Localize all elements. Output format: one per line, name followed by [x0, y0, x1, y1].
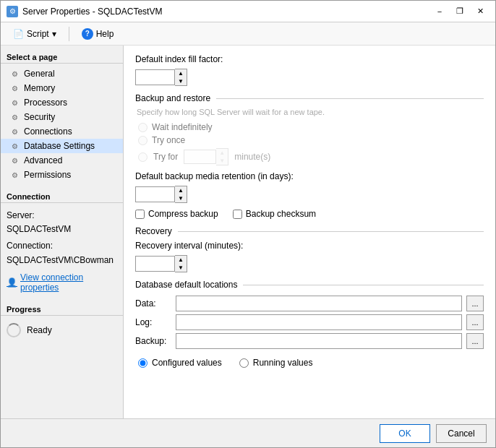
- ok-button[interactable]: OK: [380, 424, 430, 443]
- titlebar-controls: − ❐ ✕: [430, 4, 489, 19]
- log-input[interactable]: L:\Logs: [176, 314, 462, 330]
- backup-checksum-item: Backup checksum: [233, 209, 316, 219]
- bottom-radios: Configured values Running values: [135, 358, 484, 368]
- recovery-down[interactable]: ▼: [175, 264, 187, 272]
- compress-backup-checkbox[interactable]: [135, 210, 145, 219]
- general-icon: ⚙: [9, 69, 20, 79]
- try-for-spinner-btns: ▲ ▼: [216, 148, 228, 165]
- sidebar-item-memory[interactable]: ⚙ Memory: [1, 81, 123, 95]
- index-fill-up[interactable]: ▲: [175, 69, 187, 77]
- recovery-up[interactable]: ▲: [175, 256, 187, 264]
- processors-label: Processors: [24, 98, 67, 108]
- retention-input[interactable]: 0: [135, 186, 175, 202]
- server-value: SQLDACTestVM: [7, 223, 117, 236]
- connections-label: Connections: [24, 126, 72, 137]
- script-button[interactable]: 📄 Script ▾: [7, 25, 63, 43]
- try-for-row: Try for 0 ▲ ▼ minute(s): [135, 148, 484, 165]
- try-for-input[interactable]: 0: [184, 150, 216, 164]
- backup-checksum-checkbox[interactable]: [233, 210, 242, 219]
- recovery-divider: Recovery: [135, 226, 484, 236]
- recovery-spinner-btns: ▲ ▼: [175, 255, 187, 272]
- help-icon: ?: [82, 28, 93, 40]
- sidebar: Select a page ⚙ General ⚙ Memory ⚙ Proce…: [1, 46, 124, 418]
- try-once-row: Try once: [135, 135, 484, 145]
- try-for-radio[interactable]: [138, 152, 147, 162]
- sidebar-item-connections[interactable]: ⚙ Connections: [1, 124, 123, 139]
- recovery-interval-label: Recovery interval (minutes):: [135, 241, 484, 251]
- db-locations-label: Database default locations: [135, 280, 237, 290]
- security-label: Security: [24, 112, 55, 122]
- index-fill-down[interactable]: ▼: [175, 77, 187, 85]
- sidebar-item-permissions[interactable]: ⚙ Permissions: [1, 168, 123, 182]
- backup-row: Backup: C:\Program Files\Microsoft SQL S…: [135, 333, 484, 349]
- data-input[interactable]: K:\Data\: [176, 296, 462, 311]
- running-values-item: Running values: [236, 358, 313, 368]
- try-once-label: Try once: [152, 135, 185, 145]
- general-label: General: [24, 69, 55, 79]
- processors-icon: ⚙: [9, 98, 20, 108]
- select-page-label: Select a page: [1, 48, 123, 64]
- sidebar-item-general[interactable]: ⚙ General: [1, 66, 123, 81]
- sidebar-item-advanced[interactable]: ⚙ Advanced: [1, 153, 123, 168]
- connection-link-label: View connection properties: [20, 272, 117, 293]
- backup-label: Backup:: [135, 336, 171, 346]
- main-panel: Default index fill factor: 0 ▲ ▼ Backup …: [124, 46, 495, 418]
- try-for-down[interactable]: ▼: [216, 157, 228, 165]
- configured-values-item: Configured values: [135, 358, 222, 368]
- try-for-up[interactable]: ▲: [216, 149, 228, 157]
- memory-icon: ⚙: [9, 83, 20, 93]
- sidebar-item-database-settings[interactable]: ⚙ Database Settings: [1, 139, 123, 153]
- try-once-radio[interactable]: [138, 136, 147, 145]
- db-locations: Data: K:\Data\ ... Log: L:\Logs ... Back…: [135, 296, 484, 349]
- data-row: Data: K:\Data\ ...: [135, 296, 484, 311]
- connection-value: SQLDACTestVM\CBowman: [7, 254, 117, 267]
- close-button[interactable]: ✕: [471, 4, 489, 19]
- backup-input[interactable]: C:\Program Files\Microsoft SQL Server\MS…: [176, 333, 462, 349]
- cancel-button[interactable]: Cancel: [436, 424, 487, 443]
- configured-values-radio[interactable]: [138, 358, 147, 368]
- retention-spinner: 0 ▲ ▼: [135, 186, 484, 203]
- data-label: Data:: [135, 298, 171, 309]
- index-fill-input[interactable]: 0: [135, 69, 175, 85]
- minutes-label: minute(s): [234, 152, 270, 162]
- recovery-line: [178, 231, 484, 232]
- running-values-label: Running values: [253, 358, 313, 368]
- restore-button[interactable]: ❐: [450, 4, 469, 19]
- server-label: Server:: [7, 209, 117, 223]
- data-browse-btn[interactable]: ...: [466, 296, 484, 311]
- sidebar-item-processors[interactable]: ⚙ Processors: [1, 95, 123, 110]
- compress-backup-item: Compress backup: [135, 209, 218, 219]
- index-fill-label: Default index fill factor:: [135, 54, 484, 64]
- backup-restore-line: [216, 98, 484, 99]
- connection-info: Server: SQLDACTestVM Connection: SQLDACT…: [1, 206, 123, 270]
- db-settings-icon: ⚙: [9, 141, 20, 151]
- tape-radio-group: Wait indefinitely Try once Try for 0 ▲: [135, 122, 484, 165]
- recovery-label: Recovery: [135, 226, 172, 236]
- help-label: Help: [96, 29, 114, 39]
- try-for-label: Try for: [153, 152, 178, 162]
- sidebar-item-security[interactable]: ⚙ Security: [1, 110, 123, 124]
- recovery-interval-input[interactable]: 0: [135, 256, 175, 272]
- running-values-radio[interactable]: [239, 358, 249, 368]
- progress-area: Ready: [1, 319, 123, 342]
- backup-restore-label: Backup and restore: [135, 93, 210, 103]
- log-browse-btn[interactable]: ...: [466, 314, 484, 330]
- log-row: Log: L:\Logs ...: [135, 314, 484, 330]
- retention-label: Default backup media retention (in days)…: [135, 171, 484, 181]
- retention-up[interactable]: ▲: [175, 186, 187, 194]
- permissions-icon: ⚙: [9, 170, 20, 180]
- help-button[interactable]: ? Help: [75, 25, 121, 43]
- retention-down[interactable]: ▼: [175, 194, 187, 202]
- progress-section-label: Progress: [1, 301, 123, 316]
- wait-indefinitely-row: Wait indefinitely: [135, 122, 484, 132]
- backup-browse-btn[interactable]: ...: [466, 333, 484, 349]
- titlebar-left: Server Properties - SQLDACTestVM: [7, 6, 162, 17]
- wait-indefinitely-radio[interactable]: [138, 123, 147, 132]
- recovery-spinner: 0 ▲ ▼: [135, 255, 484, 272]
- script-icon: 📄: [13, 29, 24, 39]
- minimize-button[interactable]: −: [430, 4, 449, 19]
- db-locations-divider: Database default locations: [135, 280, 484, 290]
- configured-values-label: Configured values: [152, 358, 222, 368]
- view-connection-link[interactable]: 👤 View connection properties: [1, 270, 123, 295]
- connection-link-icon: 👤: [7, 277, 17, 288]
